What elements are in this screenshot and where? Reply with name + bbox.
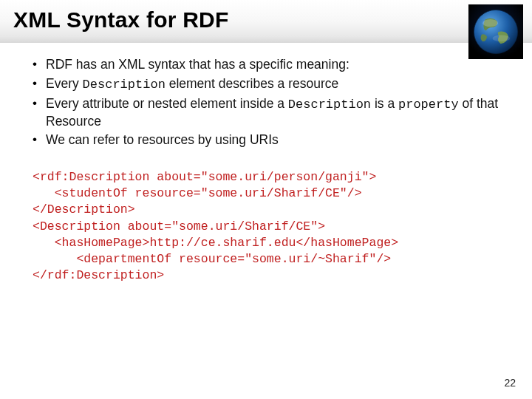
bullet-code: Description	[288, 98, 371, 112]
bullet-code: property	[398, 98, 459, 112]
earth-icon	[468, 4, 523, 59]
bullet-text: Every	[46, 76, 83, 91]
list-item: RDF has an XML syntax that has a specifi…	[33, 56, 513, 74]
svg-point-3	[493, 35, 511, 41]
code-block: <rdf:Description about="some.uri/person/…	[19, 169, 513, 284]
bullet-text: Every attribute or nested element inside…	[46, 96, 288, 111]
list-item: Every attribute or nested element inside…	[33, 95, 513, 131]
bullet-text: We can refer to resources by using URIs	[46, 132, 279, 147]
body-area: RDF has an XML syntax that has a specifi…	[0, 43, 532, 284]
bullet-code: Description	[83, 78, 166, 92]
title-area: XML Syntax for RDF	[0, 0, 532, 43]
page-number: 22	[504, 377, 516, 389]
bullet-list: RDF has an XML syntax that has a specifi…	[19, 56, 513, 150]
svg-point-2	[482, 19, 498, 27]
bullet-text: RDF has an XML syntax that has a specifi…	[46, 57, 349, 72]
list-item: We can refer to resources by using URIs	[33, 132, 513, 149]
bullet-text: is a	[371, 96, 398, 111]
slide-title: XML Syntax for RDF	[13, 7, 519, 33]
list-item: Every Description element describes a re…	[33, 75, 513, 93]
bullet-text: element describes a resource	[166, 76, 338, 91]
slide: XML Syntax for RDF	[0, 0, 532, 399]
